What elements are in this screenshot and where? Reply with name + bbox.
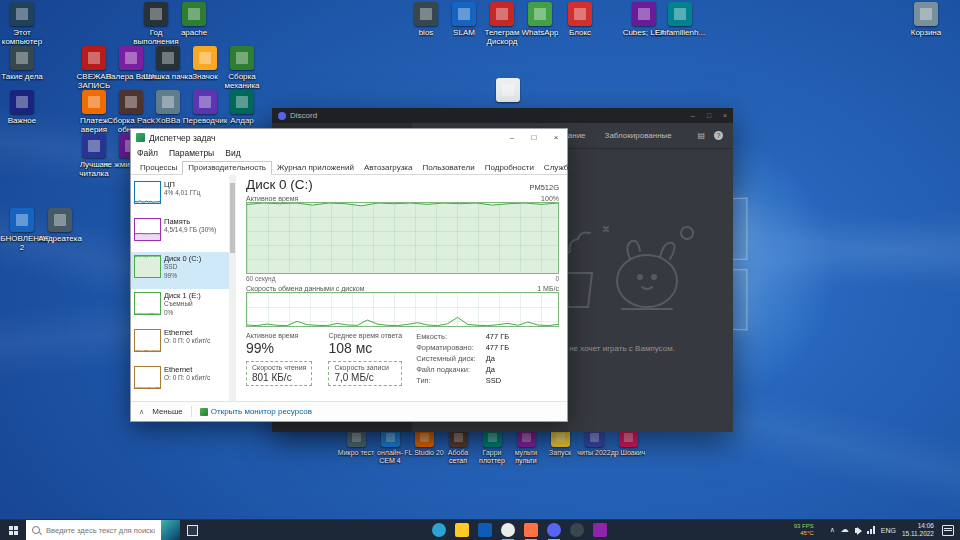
desktop-icon[interactable]: Важное xyxy=(0,90,50,125)
desktop-icon-label: Такие дела xyxy=(1,72,43,81)
desktop-icon[interactable]: Такие дела xyxy=(0,46,50,81)
search-input[interactable] xyxy=(44,525,157,536)
taskbar-clock[interactable]: 14:06 15.11.2022 xyxy=(902,522,934,538)
wumpus-illustration xyxy=(552,203,702,333)
perf-thumbnail-graph xyxy=(134,292,161,315)
disk-info-label: Форматировано: xyxy=(416,343,476,352)
start-button[interactable] xyxy=(0,520,26,540)
taskbar-app-icon[interactable] xyxy=(455,523,469,537)
chevron-up-icon: ∧ xyxy=(139,408,144,416)
perf-sidebar-item[interactable]: Ethernet О: 0 П: 0 кбит/с xyxy=(131,326,229,363)
desktop-icon-image xyxy=(10,2,34,26)
task-view-icon xyxy=(187,525,198,536)
open-resource-monitor-link[interactable]: Открыть монитор ресурсов xyxy=(200,407,312,416)
action-center-icon[interactable] xyxy=(942,525,954,536)
taskmgr-menu-item[interactable]: Вид xyxy=(225,148,240,158)
perf-sidebar-item[interactable]: Диск 0 (C:) SSD 99% xyxy=(131,252,229,289)
desktop-icon[interactable]: Корзина xyxy=(898,2,954,37)
taskbar-app-icon[interactable] xyxy=(593,523,607,537)
taskmgr-tab[interactable]: Подробности xyxy=(480,162,539,174)
onedrive-cloud-icon[interactable]: ☁ xyxy=(841,526,849,534)
windows-logo-icon xyxy=(9,526,18,535)
taskbar-app-icon[interactable] xyxy=(501,523,515,537)
taskmgr-minimize-button[interactable]: – xyxy=(501,129,523,146)
perf-item-name: Диск 1 (E:) xyxy=(164,291,201,300)
disk-stat: Среднее время ответа 108 мс xyxy=(328,332,402,356)
taskmgr-titlebar[interactable]: Диспетчер задач – □ × xyxy=(131,129,567,146)
tray-expand-icon[interactable]: ∧ xyxy=(830,526,835,534)
sidebar-scrollbar[interactable] xyxy=(229,175,236,401)
desktop-icon[interactable]: др Шоакич xyxy=(608,428,648,457)
desktop-icon-image xyxy=(182,2,206,26)
desktop-icon[interactable]: Андреатека xyxy=(32,208,88,243)
perf-sidebar-item[interactable]: Ethernet О: 0 П: 0 кбит/с xyxy=(131,363,229,400)
scrollbar-thumb[interactable] xyxy=(230,183,235,253)
taskmgr-tab[interactable]: Службы xyxy=(539,162,579,174)
desktop-icon[interactable]: Блокс xyxy=(552,2,608,37)
fewer-details-button[interactable]: Меньше xyxy=(152,407,183,416)
discord-titlebar[interactable]: Discord – □ × xyxy=(272,108,733,123)
language-indicator[interactable]: ENG xyxy=(881,527,896,534)
desktop-icon-image xyxy=(452,2,476,26)
task-view-button[interactable] xyxy=(180,520,204,540)
desktop-icon[interactable]: Этот компьютер xyxy=(0,2,50,46)
taskmgr-menu-item[interactable]: Файл xyxy=(137,148,158,158)
disk-info-value: Да xyxy=(486,354,510,363)
taskbar-app-icon[interactable] xyxy=(547,523,561,537)
taskmgr-maximize-button[interactable]: □ xyxy=(523,129,545,146)
disk-model: PM512G xyxy=(529,183,559,192)
desktop-icon[interactable]: Einfamilienh... xyxy=(652,2,708,37)
taskmgr-tab[interactable]: Процессы xyxy=(135,162,182,174)
disk-stat-label: Скорость записи xyxy=(334,364,396,371)
clock-date: 15.11.2022 xyxy=(902,530,934,538)
desktop-icon-label: Einfamilienh... xyxy=(655,28,705,37)
perf-sidebar-item[interactable]: ЦП 4% 4,01 ГГц xyxy=(131,178,229,215)
discord-help-icon[interactable]: ? xyxy=(714,131,723,140)
taskbar-app-icon[interactable] xyxy=(432,523,446,537)
taskmgr-tab[interactable]: Пользователи xyxy=(417,162,479,174)
disk-info-value: SSD xyxy=(486,376,510,385)
taskbar-app-icon[interactable] xyxy=(524,523,538,537)
taskmgr-footer: ∧ Меньше Открыть монитор ресурсов xyxy=(131,401,567,421)
search-highlight-thumbnail[interactable] xyxy=(161,520,180,540)
desktop-icon-image xyxy=(10,90,34,114)
discord-minimize-button[interactable]: – xyxy=(685,108,701,123)
taskmgr-tab[interactable]: Автозагрузка xyxy=(359,162,418,174)
perf-item-detail: 4% 4,01 ГГц xyxy=(164,189,200,197)
desktop-icon[interactable]: apache xyxy=(166,2,222,37)
taskbar-app-row xyxy=(432,520,607,540)
disk-stat: Активное время 99% xyxy=(246,332,312,356)
perf-sidebar-item[interactable]: Память 4,5/14,9 ГБ (30%) xyxy=(131,215,229,252)
desktop-icon[interactable]: Алдар xyxy=(214,90,270,125)
disk-info-table: Емкость: 477 ГБ Форматировано: 477 ГБ Си… xyxy=(416,332,509,401)
volume-icon[interactable] xyxy=(855,528,858,533)
taskmgr-menubar: Файл Параметры Вид xyxy=(131,146,567,159)
taskmgr-tab[interactable]: Журнал приложений xyxy=(272,162,359,174)
taskmgr-menu-item[interactable]: Параметры xyxy=(169,148,214,158)
desktop-icon[interactable] xyxy=(480,78,536,104)
perf-sidebar: ЦП 4% 4,01 ГГц Память 4,5/14,9 ГБ (30%) xyxy=(131,175,229,401)
discord-inbox-icon[interactable]: ▤ xyxy=(697,131,705,140)
taskmgr-app-icon xyxy=(136,133,145,142)
perf-item-detail: 4,5/14,9 ГБ (30%) xyxy=(164,226,216,234)
desktop-icon-image xyxy=(496,78,520,102)
desktop-icon[interactable]: Сборка механика xyxy=(214,46,270,90)
taskmgr-close-button[interactable]: × xyxy=(545,129,567,146)
perf-item-detail2: 99% xyxy=(164,272,201,280)
taskmgr-tab[interactable]: Производительность xyxy=(182,161,272,175)
perf-item-name: Ethernet xyxy=(164,328,210,337)
disk-info-label: Файл подкачки: xyxy=(416,365,476,374)
active-time-graph-max: 100% xyxy=(541,195,559,202)
discord-nav-item[interactable]: Заблокированные xyxy=(599,130,678,141)
perf-sidebar-item[interactable]: Диск 1 (E:) Съемный 0% xyxy=(131,289,229,326)
perf-item-name: Ethernet xyxy=(164,365,210,374)
taskbar-search[interactable] xyxy=(26,520,180,540)
network-icon[interactable] xyxy=(867,526,875,534)
desktop-icon-label: читы 2022 xyxy=(577,449,610,457)
discord-maximize-button[interactable]: □ xyxy=(701,108,717,123)
taskbar-app-icon[interactable] xyxy=(570,523,584,537)
taskbar-app-icon[interactable] xyxy=(478,523,492,537)
discord-close-button[interactable]: × xyxy=(717,108,733,123)
taskmgr-tabs: Процессы Производительность Журнал прило… xyxy=(131,159,567,175)
perf-thumbnail-graph xyxy=(134,218,161,241)
